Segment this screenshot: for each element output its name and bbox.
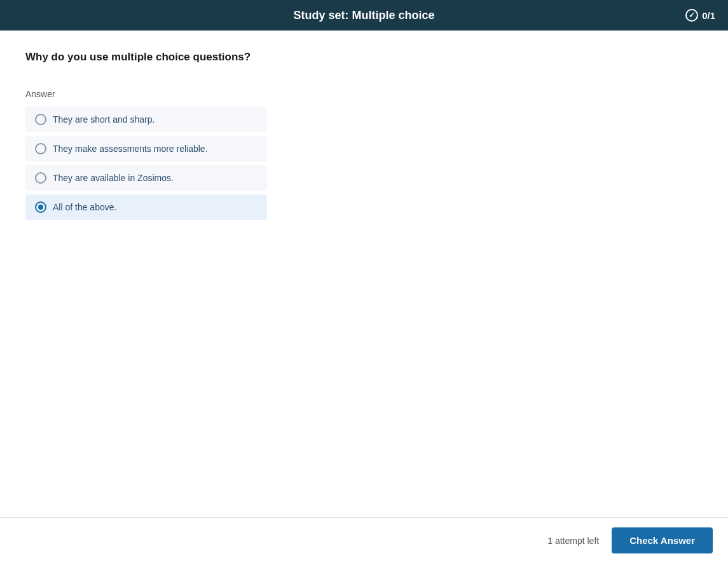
score-icon: ✓ [685, 9, 698, 22]
radio-button-3[interactable] [35, 172, 46, 184]
radio-button-4[interactable] [35, 201, 46, 213]
option-text-4: All of the above. [53, 202, 116, 212]
option-text-3: They are available in Zosimos. [53, 173, 174, 183]
check-answer-button[interactable]: Check Answer [612, 527, 713, 553]
option-item-2[interactable]: They make assessments more reliable. [25, 136, 267, 161]
option-item-4[interactable]: All of the above. [25, 194, 267, 220]
header: Study set: Multiple choice ✓ 0/1 [0, 0, 728, 31]
main-content: Why do you use multiple choice questions… [0, 31, 728, 517]
radio-button-1[interactable] [35, 114, 46, 125]
option-text-2: They make assessments more reliable. [53, 144, 208, 154]
page-title: Study set: Multiple choice [293, 9, 434, 22]
option-item-3[interactable]: They are available in Zosimos. [25, 165, 267, 191]
question-text: Why do you use multiple choice questions… [25, 51, 703, 64]
score-value: 0/1 [702, 10, 715, 21]
score-display: ✓ 0/1 [685, 9, 715, 22]
radio-button-2[interactable] [35, 143, 46, 154]
footer: 1 attempt left Check Answer [0, 517, 728, 563]
radio-inner-dot [38, 205, 43, 210]
option-text-1: They are short and sharp. [53, 114, 155, 125]
checkmark-icon: ✓ [689, 11, 695, 20]
attempts-left-text: 1 attempt left [547, 536, 599, 546]
answer-label: Answer [25, 89, 703, 99]
options-list: They are short and sharp. They make asse… [25, 107, 267, 220]
option-item-1[interactable]: They are short and sharp. [25, 107, 267, 132]
